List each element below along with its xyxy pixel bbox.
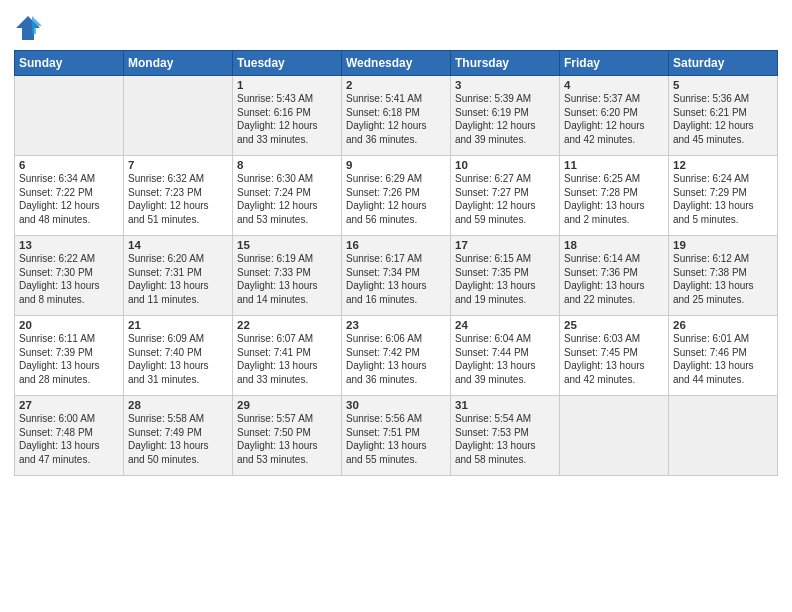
calendar-cell: 6Sunrise: 6:34 AM Sunset: 7:22 PM Daylig… [15,156,124,236]
calendar-cell: 31Sunrise: 5:54 AM Sunset: 7:53 PM Dayli… [451,396,560,476]
day-number: 17 [455,239,555,251]
day-info: Sunrise: 6:27 AM Sunset: 7:27 PM Dayligh… [455,172,555,226]
calendar-cell [15,76,124,156]
calendar-cell: 9Sunrise: 6:29 AM Sunset: 7:26 PM Daylig… [342,156,451,236]
day-info: Sunrise: 5:43 AM Sunset: 6:16 PM Dayligh… [237,92,337,146]
day-info: Sunrise: 6:25 AM Sunset: 7:28 PM Dayligh… [564,172,664,226]
day-info: Sunrise: 5:57 AM Sunset: 7:50 PM Dayligh… [237,412,337,466]
day-number: 19 [673,239,773,251]
day-info: Sunrise: 6:24 AM Sunset: 7:29 PM Dayligh… [673,172,773,226]
day-info: Sunrise: 6:03 AM Sunset: 7:45 PM Dayligh… [564,332,664,386]
logo-icon [14,14,42,42]
calendar-cell: 1Sunrise: 5:43 AM Sunset: 6:16 PM Daylig… [233,76,342,156]
day-info: Sunrise: 6:09 AM Sunset: 7:40 PM Dayligh… [128,332,228,386]
weekday-header-sunday: Sunday [15,51,124,76]
calendar-cell: 8Sunrise: 6:30 AM Sunset: 7:24 PM Daylig… [233,156,342,236]
day-info: Sunrise: 5:39 AM Sunset: 6:19 PM Dayligh… [455,92,555,146]
day-number: 2 [346,79,446,91]
day-info: Sunrise: 5:37 AM Sunset: 6:20 PM Dayligh… [564,92,664,146]
day-number: 8 [237,159,337,171]
day-number: 5 [673,79,773,91]
day-number: 14 [128,239,228,251]
day-number: 23 [346,319,446,331]
day-info: Sunrise: 6:15 AM Sunset: 7:35 PM Dayligh… [455,252,555,306]
calendar-cell: 30Sunrise: 5:56 AM Sunset: 7:51 PM Dayli… [342,396,451,476]
day-info: Sunrise: 6:34 AM Sunset: 7:22 PM Dayligh… [19,172,119,226]
day-number: 16 [346,239,446,251]
day-info: Sunrise: 5:58 AM Sunset: 7:49 PM Dayligh… [128,412,228,466]
day-info: Sunrise: 6:22 AM Sunset: 7:30 PM Dayligh… [19,252,119,306]
day-info: Sunrise: 5:56 AM Sunset: 7:51 PM Dayligh… [346,412,446,466]
calendar-cell: 20Sunrise: 6:11 AM Sunset: 7:39 PM Dayli… [15,316,124,396]
page: SundayMondayTuesdayWednesdayThursdayFrid… [0,0,792,612]
day-number: 18 [564,239,664,251]
week-row-2: 6Sunrise: 6:34 AM Sunset: 7:22 PM Daylig… [15,156,778,236]
day-info: Sunrise: 6:19 AM Sunset: 7:33 PM Dayligh… [237,252,337,306]
day-number: 6 [19,159,119,171]
day-info: Sunrise: 6:04 AM Sunset: 7:44 PM Dayligh… [455,332,555,386]
day-number: 21 [128,319,228,331]
calendar-cell: 27Sunrise: 6:00 AM Sunset: 7:48 PM Dayli… [15,396,124,476]
calendar-cell: 14Sunrise: 6:20 AM Sunset: 7:31 PM Dayli… [124,236,233,316]
week-row-1: 1Sunrise: 5:43 AM Sunset: 6:16 PM Daylig… [15,76,778,156]
logo [14,14,46,42]
day-number: 30 [346,399,446,411]
calendar-cell: 5Sunrise: 5:36 AM Sunset: 6:21 PM Daylig… [669,76,778,156]
day-number: 15 [237,239,337,251]
day-number: 20 [19,319,119,331]
day-number: 1 [237,79,337,91]
calendar-table: SundayMondayTuesdayWednesdayThursdayFrid… [14,50,778,476]
calendar-cell: 25Sunrise: 6:03 AM Sunset: 7:45 PM Dayli… [560,316,669,396]
calendar-cell: 29Sunrise: 5:57 AM Sunset: 7:50 PM Dayli… [233,396,342,476]
weekday-header-tuesday: Tuesday [233,51,342,76]
week-row-3: 13Sunrise: 6:22 AM Sunset: 7:30 PM Dayli… [15,236,778,316]
day-number: 12 [673,159,773,171]
day-info: Sunrise: 6:12 AM Sunset: 7:38 PM Dayligh… [673,252,773,306]
calendar-cell: 26Sunrise: 6:01 AM Sunset: 7:46 PM Dayli… [669,316,778,396]
day-info: Sunrise: 6:17 AM Sunset: 7:34 PM Dayligh… [346,252,446,306]
day-info: Sunrise: 5:54 AM Sunset: 7:53 PM Dayligh… [455,412,555,466]
week-row-5: 27Sunrise: 6:00 AM Sunset: 7:48 PM Dayli… [15,396,778,476]
day-number: 11 [564,159,664,171]
weekday-header-saturday: Saturday [669,51,778,76]
day-number: 3 [455,79,555,91]
day-info: Sunrise: 6:11 AM Sunset: 7:39 PM Dayligh… [19,332,119,386]
calendar-cell: 22Sunrise: 6:07 AM Sunset: 7:41 PM Dayli… [233,316,342,396]
calendar-cell: 16Sunrise: 6:17 AM Sunset: 7:34 PM Dayli… [342,236,451,316]
calendar-cell: 15Sunrise: 6:19 AM Sunset: 7:33 PM Dayli… [233,236,342,316]
weekday-header-monday: Monday [124,51,233,76]
calendar-cell: 18Sunrise: 6:14 AM Sunset: 7:36 PM Dayli… [560,236,669,316]
weekday-header-thursday: Thursday [451,51,560,76]
day-number: 22 [237,319,337,331]
calendar-cell: 11Sunrise: 6:25 AM Sunset: 7:28 PM Dayli… [560,156,669,236]
day-number: 9 [346,159,446,171]
day-info: Sunrise: 5:36 AM Sunset: 6:21 PM Dayligh… [673,92,773,146]
weekday-header-wednesday: Wednesday [342,51,451,76]
calendar-cell: 19Sunrise: 6:12 AM Sunset: 7:38 PM Dayli… [669,236,778,316]
day-number: 28 [128,399,228,411]
day-number: 10 [455,159,555,171]
day-info: Sunrise: 6:32 AM Sunset: 7:23 PM Dayligh… [128,172,228,226]
header [14,10,778,42]
calendar-cell: 10Sunrise: 6:27 AM Sunset: 7:27 PM Dayli… [451,156,560,236]
day-info: Sunrise: 5:41 AM Sunset: 6:18 PM Dayligh… [346,92,446,146]
calendar-cell: 12Sunrise: 6:24 AM Sunset: 7:29 PM Dayli… [669,156,778,236]
day-info: Sunrise: 6:14 AM Sunset: 7:36 PM Dayligh… [564,252,664,306]
calendar-cell: 24Sunrise: 6:04 AM Sunset: 7:44 PM Dayli… [451,316,560,396]
day-number: 26 [673,319,773,331]
day-number: 7 [128,159,228,171]
weekday-header-friday: Friday [560,51,669,76]
day-info: Sunrise: 6:06 AM Sunset: 7:42 PM Dayligh… [346,332,446,386]
svg-marker-0 [16,16,40,40]
calendar-cell [669,396,778,476]
day-number: 4 [564,79,664,91]
day-number: 24 [455,319,555,331]
calendar-cell: 3Sunrise: 5:39 AM Sunset: 6:19 PM Daylig… [451,76,560,156]
calendar-cell: 21Sunrise: 6:09 AM Sunset: 7:40 PM Dayli… [124,316,233,396]
day-info: Sunrise: 6:00 AM Sunset: 7:48 PM Dayligh… [19,412,119,466]
calendar-cell: 7Sunrise: 6:32 AM Sunset: 7:23 PM Daylig… [124,156,233,236]
day-number: 29 [237,399,337,411]
week-row-4: 20Sunrise: 6:11 AM Sunset: 7:39 PM Dayli… [15,316,778,396]
calendar-cell: 23Sunrise: 6:06 AM Sunset: 7:42 PM Dayli… [342,316,451,396]
day-number: 31 [455,399,555,411]
